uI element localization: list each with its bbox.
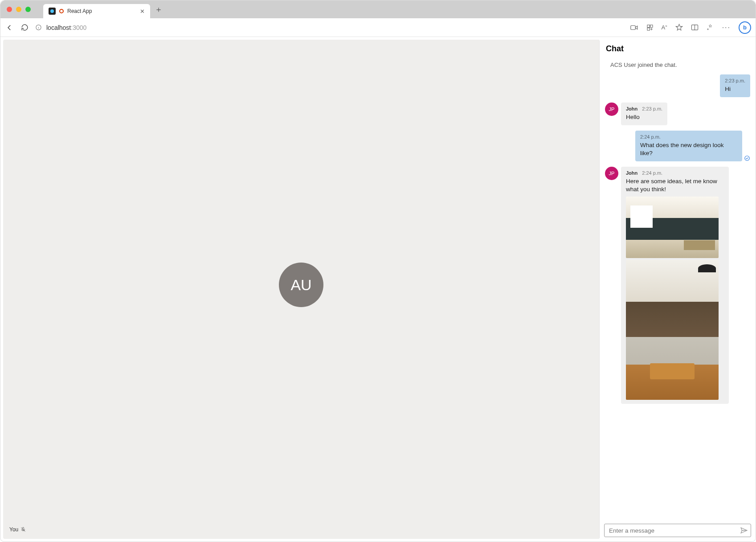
traffic-lights (7, 7, 31, 12)
read-receipt-icon (744, 155, 750, 161)
text-size-icon[interactable]: A» (662, 24, 667, 31)
svg-point-11 (745, 156, 750, 161)
chat-message-list[interactable]: ACS User joined the chat. 2:23 p.m. Hi J… (604, 60, 751, 520)
message-bubble[interactable]: John 2:24 p.m. Here are some ideas, let … (621, 167, 729, 403)
favorite-icon[interactable] (675, 24, 683, 31)
self-label-text: You (9, 526, 18, 533)
sender-avatar: JP (605, 167, 618, 180)
browser-address-bar: localhost:3000 A» ··· b (0, 18, 756, 37)
chat-message-mine: 2:24 p.m. What does the new design look … (605, 131, 750, 161)
video-stage: AU You (3, 40, 600, 539)
more-menu-icon[interactable]: ··· (722, 24, 731, 32)
url-input[interactable]: localhost:3000 (35, 24, 624, 31)
chat-message-mine: 2:23 p.m. Hi (605, 74, 750, 97)
url-host: localhost (46, 24, 71, 31)
recording-indicator-icon (59, 9, 64, 13)
chat-compose (604, 524, 751, 537)
tab-favicon-icon (49, 8, 56, 15)
tab-close-button[interactable]: ✕ (140, 8, 145, 15)
refresh-button[interactable] (20, 24, 29, 31)
participant-initials: AU (290, 276, 311, 294)
svg-rect-5 (647, 25, 650, 27)
message-text: Hi (725, 85, 745, 93)
message-time: 2:23 p.m. (725, 78, 745, 84)
message-bubble[interactable]: John 2:23 p.m. Hello (621, 103, 667, 125)
message-sender: John (626, 170, 637, 177)
collections-icon[interactable] (707, 24, 714, 31)
maximize-window-button[interactable] (25, 7, 31, 12)
svg-point-0 (50, 9, 54, 13)
chat-input[interactable] (609, 527, 740, 534)
chat-panel: Chat ACS User joined the chat. 2:23 p.m.… (600, 37, 756, 542)
browser-tab[interactable]: React App ✕ (43, 4, 150, 18)
svg-rect-4 (630, 25, 635, 29)
minimize-window-button[interactable] (16, 7, 21, 12)
message-time: 2:23 p.m. (642, 106, 662, 112)
close-window-button[interactable] (7, 7, 12, 12)
split-screen-icon[interactable] (691, 24, 699, 31)
svg-rect-6 (650, 25, 652, 27)
chat-message-other: JP John 2:24 p.m. Here are some ideas, l… (605, 167, 750, 403)
extensions-icon[interactable] (646, 24, 654, 31)
message-time: 2:24 p.m. (642, 170, 662, 177)
site-info-icon[interactable] (35, 24, 42, 31)
app-body: AU You Chat ACS User joined the chat. 2:… (0, 37, 756, 542)
browser-toolbar-right: A» ··· b (630, 21, 751, 34)
message-bubble[interactable]: 2:23 p.m. Hi (720, 74, 750, 97)
back-button[interactable] (5, 24, 14, 32)
message-text: Here are some ideas, let me know what yo… (626, 177, 724, 193)
message-text: Hello (626, 113, 662, 121)
message-attachment-image[interactable] (626, 197, 719, 258)
message-attachment-image[interactable] (626, 260, 719, 400)
participant-avatar: AU (279, 263, 323, 307)
video-capture-icon[interactable] (630, 25, 638, 31)
new-tab-button[interactable]: ＋ (155, 4, 163, 15)
svg-rect-7 (647, 28, 650, 30)
url-port: :3000 (71, 24, 86, 31)
message-time: 2:24 p.m. (640, 134, 661, 140)
window-titlebar: React App ✕ ＋ (0, 0, 756, 18)
chat-message-other: JP John 2:23 p.m. Hello (605, 103, 750, 125)
message-sender: John (626, 106, 637, 112)
self-label: You (9, 526, 26, 533)
send-button[interactable] (740, 526, 748, 534)
message-text: What does the new design look like? (640, 141, 737, 157)
chat-title: Chat (606, 44, 749, 53)
mic-muted-icon (20, 527, 26, 532)
sender-avatar: JP (605, 103, 618, 116)
copilot-button[interactable]: b (739, 21, 751, 34)
chat-system-message: ACS User joined the chat. (610, 62, 748, 68)
tab-title: React App (67, 8, 92, 14)
message-bubble[interactable]: 2:24 p.m. What does the new design look … (635, 131, 742, 161)
